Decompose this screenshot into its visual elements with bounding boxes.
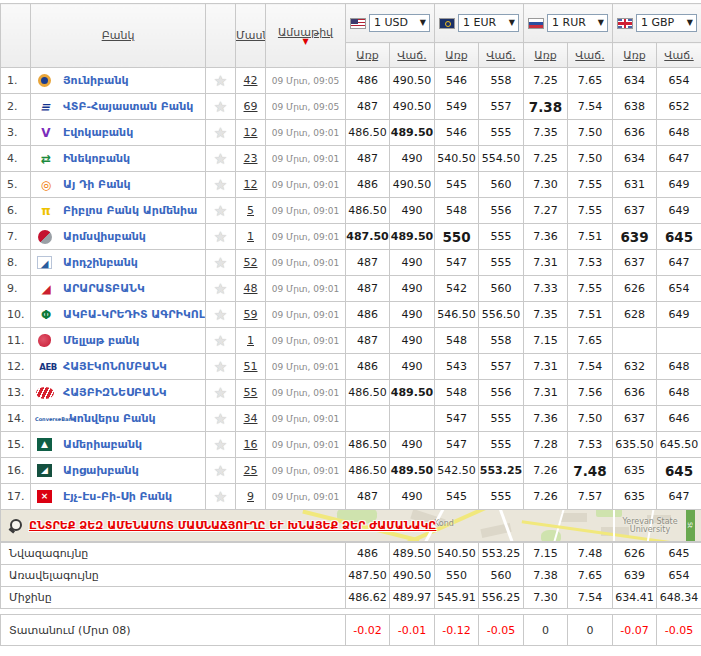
rate-cell: 543 bbox=[435, 354, 479, 380]
bank-cell: Յունիբանկ bbox=[31, 68, 206, 94]
bank-name-link[interactable]: Արմսվիսբանկ bbox=[63, 230, 146, 243]
sell-sort-link[interactable]: Վաճ. bbox=[486, 49, 515, 62]
row-number: 5. bbox=[1, 172, 31, 198]
branches-sort-link[interactable]: Մասնաճյուղեր bbox=[236, 29, 266, 42]
bank-sort-link[interactable]: Բանկ bbox=[102, 29, 135, 42]
rate-cell: 639 bbox=[613, 224, 657, 250]
rate-cell: 545 bbox=[435, 172, 479, 198]
rate-cell: 7.55 bbox=[568, 172, 613, 198]
bank-name-link[interactable]: Էվոկաբանկ bbox=[63, 126, 133, 139]
branches-link[interactable]: 55 bbox=[244, 386, 258, 399]
branches-link[interactable]: 34 bbox=[244, 412, 258, 425]
buy-sort-link[interactable]: Առք bbox=[623, 49, 646, 62]
favorite-star-icon[interactable]: ★ bbox=[214, 202, 227, 220]
currency-select-us[interactable]: 1 USD▼ bbox=[369, 14, 430, 32]
rate-cell: 636 bbox=[613, 380, 657, 406]
buy-sort-link[interactable]: Առք bbox=[445, 49, 468, 62]
favorite-star-icon[interactable]: ★ bbox=[214, 124, 227, 142]
us-sell-header: Վաճ. bbox=[390, 43, 435, 68]
branches-link[interactable]: 42 bbox=[244, 74, 258, 87]
rate-cell: 645.50 bbox=[657, 432, 701, 458]
favorite-star-icon[interactable]: ★ bbox=[214, 72, 227, 90]
bank-name-link[interactable]: ՀԱՅԲԻԶՆԵՍԲԱՆԿ bbox=[63, 386, 167, 399]
bank-name-link[interactable]: Բիբլոս Բանկ Արմենիա bbox=[63, 204, 197, 217]
branches-link[interactable]: 59 bbox=[244, 308, 258, 321]
favorite-star-icon[interactable]: ★ bbox=[214, 98, 227, 116]
nearest-branch-link[interactable]: ԸՆՏՐԵՔ ՁԵԶ ԱՄԵՆԱՄՈՏ ՄԱՍՆԱՃՅՈՒՂԸ ԵՒ ԽՆԱՅԵ… bbox=[29, 519, 436, 532]
favorite-star-icon[interactable]: ★ bbox=[214, 462, 227, 480]
buy-sort-link[interactable]: Առք bbox=[356, 49, 379, 62]
favorite-star-icon[interactable]: ★ bbox=[214, 436, 227, 454]
rate-cell: 7.57 bbox=[568, 484, 613, 510]
branches-link[interactable]: 16 bbox=[244, 438, 258, 451]
branches-link[interactable]: 5 bbox=[247, 204, 254, 217]
branches-link[interactable]: 12 bbox=[244, 178, 258, 191]
favorite-star-icon[interactable]: ★ bbox=[214, 150, 227, 168]
bank-name-link[interactable]: ԱԿԲԱ-ԿՐԵԴԻՏ ԱԳՐԻԿՈԼ .. bbox=[63, 308, 206, 321]
bank-name-link[interactable]: Յունիբանկ bbox=[63, 74, 129, 87]
us-buy-header: Առք bbox=[346, 43, 390, 68]
row-number: 15. bbox=[1, 432, 31, 458]
branches-link[interactable]: 48 bbox=[244, 282, 258, 295]
favorite-cell: ★ bbox=[206, 94, 236, 120]
bank-name-link[interactable]: Էյչ-Էս-Բի-Սի Բանկ bbox=[63, 490, 172, 503]
currency-select-gb[interactable]: 1 GBP▼ bbox=[636, 14, 697, 32]
favorite-star-icon[interactable]: ★ bbox=[214, 358, 227, 376]
branches-link[interactable]: 23 bbox=[244, 152, 258, 165]
bank-name-link[interactable]: Մելլաթ բանկ bbox=[63, 334, 139, 347]
gb-sell-header: Վաճ. bbox=[657, 43, 701, 68]
branches-link[interactable]: 51 bbox=[244, 360, 258, 373]
summary-value: 7.15 bbox=[524, 543, 568, 565]
summary-value: 634.41 bbox=[613, 587, 657, 609]
favorite-star-icon[interactable]: ★ bbox=[214, 254, 227, 272]
row-number: 3. bbox=[1, 120, 31, 146]
buy-sort-link[interactable]: Առք bbox=[534, 49, 557, 62]
bank-name-link[interactable]: ՎՏԲ-Հայաստան Բանկ bbox=[63, 100, 193, 113]
rate-cell: 635 bbox=[613, 484, 657, 510]
branches-link[interactable]: 12 bbox=[244, 126, 258, 139]
bank-name-link[interactable]: Կոնվերս Բանկ bbox=[69, 412, 156, 425]
rate-cell: 628 bbox=[613, 302, 657, 328]
currency-select-ru[interactable]: 1 RUR▼ bbox=[547, 14, 608, 32]
summary-label: Միջինը bbox=[1, 587, 346, 609]
sell-sort-link[interactable]: Վաճ. bbox=[664, 49, 693, 62]
bank-name-link[interactable]: Արցախբանկ bbox=[63, 464, 139, 477]
favorite-star-icon[interactable]: ★ bbox=[214, 384, 227, 402]
rate-cell: 486 bbox=[346, 68, 390, 94]
favorite-star-icon[interactable]: ★ bbox=[214, 488, 227, 506]
favorite-star-icon[interactable]: ★ bbox=[214, 228, 227, 246]
rate-cell bbox=[390, 406, 435, 432]
favorite-star-icon[interactable]: ★ bbox=[214, 332, 227, 350]
date-cell: 09 Մրտ, 09:01 bbox=[266, 146, 346, 172]
branches-link[interactable]: 52 bbox=[244, 256, 258, 269]
favorite-star-icon[interactable]: ★ bbox=[214, 410, 227, 428]
converse-bank-logo: ConverseBank bbox=[35, 411, 69, 427]
table-row: 1.Յունիբանկ★4209 Մրտ, 09:05486490.505465… bbox=[1, 68, 701, 94]
rate-cell: 7.53 bbox=[568, 250, 613, 276]
bank-name-link[interactable]: Ինեկոբանկ bbox=[63, 152, 130, 165]
branches-link[interactable]: 1 bbox=[247, 334, 254, 347]
favorite-star-icon[interactable]: ★ bbox=[214, 280, 227, 298]
bank-name-link[interactable]: Արդշինբանկ bbox=[63, 256, 138, 269]
branches-link[interactable]: 25 bbox=[244, 464, 258, 477]
rate-cell: 7.53 bbox=[568, 432, 613, 458]
summary-label: Նվազագույնը bbox=[1, 543, 346, 565]
branches-link[interactable]: 69 bbox=[244, 100, 258, 113]
bank-cell: Արմսվիսբանկ bbox=[31, 224, 206, 250]
branches-link[interactable]: 1 bbox=[247, 230, 254, 243]
sell-sort-link[interactable]: Վաճ. bbox=[397, 49, 426, 62]
bank-name-link[interactable]: Ամերիաբանկ bbox=[63, 438, 142, 451]
row-number: 4. bbox=[1, 146, 31, 172]
bank-name-link[interactable]: Այ Դի Բանկ bbox=[63, 178, 131, 191]
sell-sort-link[interactable]: Վաճ. bbox=[575, 49, 604, 62]
table-row: 9.◢ԱՐԱՐԱՏԲԱՆԿ★4809 Մրտ, 09:0148749054256… bbox=[1, 276, 701, 302]
currency-select-eu[interactable]: 1 EUR▼ bbox=[458, 14, 519, 32]
rate-cell: 7.28 bbox=[524, 432, 568, 458]
bank-name-link[interactable]: ԱՐԱՐԱՏԲԱՆԿ bbox=[63, 282, 145, 295]
favorite-cell: ★ bbox=[206, 484, 236, 510]
branches-link[interactable]: 9 bbox=[247, 490, 254, 503]
favorite-star-icon[interactable]: ★ bbox=[214, 306, 227, 324]
bank-name-link[interactable]: ՀԱՅԷԿՈՆՈՄԲԱՆԿ bbox=[63, 360, 167, 373]
summary-value: 486.62 bbox=[346, 587, 390, 609]
favorite-star-icon[interactable]: ★ bbox=[214, 176, 227, 194]
